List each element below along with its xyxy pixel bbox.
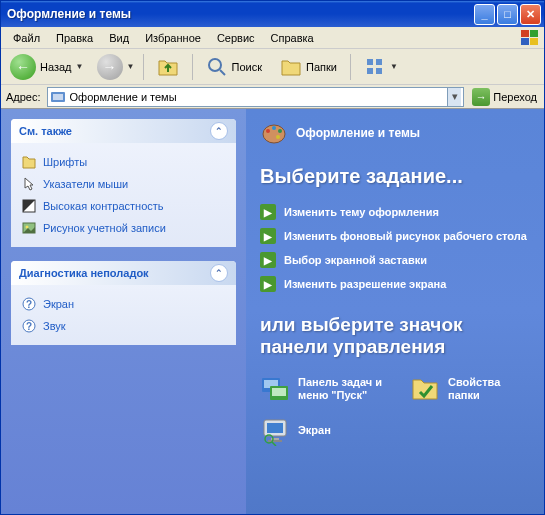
menu-file[interactable]: Файл <box>5 29 48 47</box>
arrow-icon: ▶ <box>260 204 276 220</box>
address-bar: Адрес: ▾ → Переход <box>1 85 544 109</box>
panel-see-also: См. также ⌃ Шрифты Указатели мыши Высока… <box>11 119 236 247</box>
taskbar-icon <box>260 374 290 404</box>
toolbar: ← Назад ▼ → ▼ Поиск Папки ▼ <box>1 49 544 85</box>
go-button[interactable]: → Переход <box>468 86 541 108</box>
back-button[interactable]: ← Назад ▼ <box>7 51 93 83</box>
sidebar-item-sound[interactable]: ? Звук <box>21 315 226 337</box>
sidebar-item-label: Высокая контрастность <box>43 200 164 212</box>
svg-rect-2 <box>521 38 529 45</box>
svg-rect-1 <box>530 30 538 37</box>
menubar: Файл Правка Вид Избранное Сервис Справка <box>1 27 544 49</box>
svg-point-4 <box>209 59 221 71</box>
sidebar-item-fonts[interactable]: Шрифты <box>21 151 226 173</box>
up-button[interactable] <box>150 52 186 82</box>
task-label: Выбор экранной заставки <box>284 254 427 266</box>
address-dropdown[interactable]: ▾ <box>447 88 461 106</box>
window-title: Оформление и темы <box>7 7 472 21</box>
address-box[interactable]: ▾ <box>47 87 465 107</box>
help-icon: ? <box>21 296 37 312</box>
minimize-button[interactable]: _ <box>474 4 495 25</box>
svg-rect-7 <box>376 59 382 65</box>
sidebar-item-account-picture[interactable]: Рисунок учетной записи <box>21 217 226 239</box>
separator <box>143 54 144 80</box>
svg-rect-31 <box>268 440 282 442</box>
cp-label: Панель задач и меню "Пуск" <box>298 376 390 402</box>
svg-point-21 <box>272 126 276 130</box>
svg-point-22 <box>278 129 282 133</box>
panel-troubleshoot: Диагностика неполадок ⌃ ? Экран ? Звук <box>11 261 236 345</box>
close-button[interactable]: ✕ <box>520 4 541 25</box>
back-icon: ← <box>10 54 36 80</box>
arrow-icon: ▶ <box>260 276 276 292</box>
sidebar-item-label: Шрифты <box>43 156 87 168</box>
pick-task-heading: Выберите задание... <box>260 165 530 188</box>
cp-taskbar[interactable]: Панель задач и меню "Пуск" <box>260 374 390 404</box>
cp-label: Экран <box>298 424 331 437</box>
menu-view[interactable]: Вид <box>101 29 137 47</box>
panel-troubleshoot-header[interactable]: Диагностика неполадок ⌃ <box>11 261 236 285</box>
cp-folder-options[interactable]: Свойства папки <box>410 374 530 404</box>
task-change-theme[interactable]: ▶ Изменить тему оформления <box>260 204 530 220</box>
views-dropdown[interactable]: ▼ <box>390 62 400 71</box>
back-label: Назад <box>40 61 72 73</box>
separator <box>192 54 193 80</box>
menu-favorites[interactable]: Избранное <box>137 29 209 47</box>
back-dropdown[interactable]: ▼ <box>76 62 86 71</box>
category-header: Оформление и темы <box>260 119 530 147</box>
appearance-icon <box>50 89 66 105</box>
search-label: Поиск <box>232 61 262 73</box>
display-icon <box>260 416 290 446</box>
menu-edit[interactable]: Правка <box>48 29 101 47</box>
task-change-wallpaper[interactable]: ▶ Изменить фоновый рисунок рабочего стол… <box>260 228 530 244</box>
titlebar: Оформление и темы _ □ ✕ <box>1 1 544 27</box>
address-input[interactable] <box>70 91 444 103</box>
task-resolution[interactable]: ▶ Изменить разрешение экрана <box>260 276 530 292</box>
go-icon: → <box>472 88 490 106</box>
svg-line-33 <box>272 442 276 446</box>
svg-rect-11 <box>53 94 63 100</box>
svg-rect-3 <box>530 38 538 45</box>
sidebar-item-display[interactable]: ? Экран <box>21 293 226 315</box>
folder-up-icon <box>157 56 179 78</box>
task-label: Изменить разрешение экрана <box>284 278 446 290</box>
svg-rect-27 <box>272 388 286 396</box>
svg-line-5 <box>220 70 225 75</box>
svg-rect-9 <box>376 68 382 74</box>
arrow-icon: ▶ <box>260 252 276 268</box>
svg-point-23 <box>276 135 280 139</box>
arrow-icon: ▶ <box>260 228 276 244</box>
cp-display[interactable]: Экран <box>260 416 331 446</box>
folders-button[interactable]: Папки <box>273 52 344 82</box>
folders-icon <box>280 56 302 78</box>
svg-rect-29 <box>267 423 283 433</box>
sidebar-item-label: Звук <box>43 320 66 332</box>
menu-help[interactable]: Справка <box>263 29 322 47</box>
go-label: Переход <box>493 91 537 103</box>
views-icon <box>364 56 386 78</box>
task-label: Изменить фоновый рисунок рабочего стола <box>284 230 527 242</box>
maximize-button[interactable]: □ <box>497 4 518 25</box>
chevron-up-icon: ⌃ <box>210 264 228 282</box>
chevron-up-icon: ⌃ <box>210 122 228 140</box>
views-button[interactable]: ▼ <box>357 52 407 82</box>
svg-text:?: ? <box>26 321 32 332</box>
search-icon <box>206 56 228 78</box>
mouse-pointer-icon <box>21 176 37 192</box>
search-button[interactable]: Поиск <box>199 52 269 82</box>
menu-tools[interactable]: Сервис <box>209 29 263 47</box>
svg-point-20 <box>266 129 270 133</box>
category-title: Оформление и темы <box>296 126 420 140</box>
forward-dropdown[interactable]: ▼ <box>127 62 137 71</box>
sidebar-item-pointers[interactable]: Указатели мыши <box>21 173 226 195</box>
contrast-icon <box>21 198 37 214</box>
sidebar-item-label: Указатели мыши <box>43 178 128 190</box>
sidebar-item-high-contrast[interactable]: Высокая контрастность <box>21 195 226 217</box>
task-label: Изменить тему оформления <box>284 206 439 218</box>
separator <box>350 54 351 80</box>
panel-see-also-header[interactable]: См. также ⌃ <box>11 119 236 143</box>
cp-label: Свойства папки <box>448 376 530 402</box>
forward-button[interactable]: → <box>97 54 123 80</box>
panel-see-also-title: См. также <box>19 125 210 137</box>
task-screensaver[interactable]: ▶ Выбор экранной заставки <box>260 252 530 268</box>
